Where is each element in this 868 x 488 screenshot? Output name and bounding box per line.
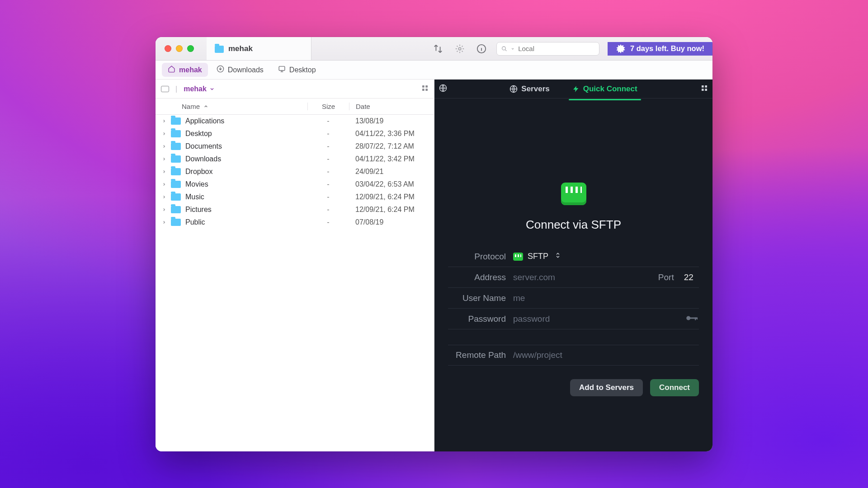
folder-icon [171,206,181,213]
svg-rect-5 [422,85,425,88]
file-row[interactable]: Movies-03/04/22, 6:53 AM [156,178,434,191]
row-username: User Name [448,288,699,309]
tab-quick-connect[interactable]: Quick Connect [571,82,638,96]
activity-icon[interactable] [453,42,467,56]
password-input[interactable] [513,314,681,324]
location-tab-mehak[interactable]: mehak [162,63,208,77]
disclosure-chevron-icon[interactable] [160,180,168,188]
file-date: 24/09/21 [349,168,434,176]
tab-servers[interactable]: Servers [509,82,550,96]
sftp-logo-icon [561,183,586,205]
folder-icon [171,130,181,137]
trial-banner[interactable]: 7 days left. Buy now! [608,42,712,56]
zoom-window-button[interactable] [187,45,194,52]
file-name: Music [185,193,307,201]
file-row[interactable]: Pictures-12/09/21, 6:24 PM [156,203,434,216]
disclosure-chevron-icon[interactable] [160,142,168,150]
file-date: 07/08/19 [349,218,434,226]
folder-icon [171,117,181,125]
svg-rect-16 [690,317,698,319]
file-row[interactable]: Downloads-04/11/22, 3:42 PM [156,153,434,165]
trial-text: 7 days left. Buy now! [630,44,704,53]
folder-icon [171,168,181,175]
column-name-label: Name [182,103,200,110]
quick-connect-body: Connect via SFTP Protocol SFTP [434,99,712,451]
username-label: User Name [448,293,506,303]
file-row[interactable]: Public-07/08/19 [156,216,434,229]
column-size[interactable]: Size [307,103,349,110]
disclosure-chevron-icon[interactable] [160,117,168,125]
file-name: Applications [185,117,307,125]
file-size: - [307,180,349,188]
window-tab-active[interactable]: mehak [207,37,311,60]
path-crumb[interactable]: mehak [184,85,215,93]
file-name: Downloads [185,155,307,163]
column-name[interactable]: Name [156,103,307,110]
path-bar: | mehak [156,80,434,99]
file-size: - [307,168,349,176]
svg-rect-4 [279,66,285,70]
info-icon[interactable] [475,42,488,56]
column-date[interactable]: Date [349,103,434,110]
disclosure-chevron-icon[interactable] [160,130,168,138]
file-date: 03/04/22, 6:53 AM [349,180,434,188]
remote-pane: Servers Quick Connect Connect via SFTP [434,80,712,451]
close-window-button[interactable] [165,45,171,52]
disclosure-chevron-icon[interactable] [160,193,168,201]
address-input[interactable] [513,272,654,282]
search-icon [501,45,507,52]
minimize-window-button[interactable] [176,45,183,52]
file-size: - [307,206,349,214]
remote-path-input[interactable] [513,350,699,360]
table-header: Name Size Date [156,99,434,115]
protocol-value: SFTP [528,252,548,261]
file-row[interactable]: Music-12/09/21, 6:24 PM [156,191,434,203]
password-label: Password [448,314,506,324]
svg-rect-6 [425,85,428,88]
svg-point-0 [458,47,461,50]
row-remote-path: Remote Path [448,345,699,366]
file-size: - [307,117,349,125]
file-row[interactable]: Dropbox-24/09/21 [156,165,434,178]
form-actions: Add to Servers Connect [448,379,699,396]
username-input[interactable] [513,293,699,303]
svg-rect-17 [695,317,696,320]
folder-icon [171,219,181,226]
path-crumb-label: mehak [184,85,207,93]
column-date-label: Date [356,103,370,110]
key-icon[interactable] [685,314,699,324]
path-separator: | [175,85,177,93]
row-password: Password [448,309,699,329]
file-row[interactable]: Documents-28/07/22, 7:12 AM [156,140,434,153]
search-input[interactable] [518,45,594,52]
location-tab-downloads[interactable]: Downloads [211,63,269,77]
view-mode-button[interactable] [421,84,429,94]
download-icon [217,65,224,75]
file-date: 04/11/22, 3:42 PM [349,155,434,163]
location-tab-desktop[interactable]: Desktop [272,63,322,77]
file-row[interactable]: Desktop-04/11/22, 3:36 PM [156,127,434,140]
disclosure-chevron-icon[interactable] [160,218,168,226]
connect-button[interactable]: Connect [650,379,699,396]
disclosure-chevron-icon[interactable] [160,168,168,176]
search-field[interactable] [496,42,599,56]
location-tab-label: mehak [179,66,202,74]
add-to-servers-button[interactable]: Add to Servers [570,379,643,396]
file-name: Public [185,218,307,226]
protocol-select[interactable]: SFTP [513,251,561,262]
window-controls [165,45,194,52]
transfers-icon[interactable] [431,42,445,56]
globe-icon [509,85,518,93]
file-date: 04/11/22, 3:36 PM [349,130,434,138]
file-date: 28/07/22, 7:12 AM [349,142,434,150]
disk-icon[interactable] [161,86,169,92]
quick-connect-title: Connect via SFTP [526,218,621,232]
home-icon [168,65,175,75]
disclosure-chevron-icon[interactable] [160,155,168,163]
port-value[interactable]: 22 [684,272,699,282]
protocol-label: Protocol [448,252,506,262]
disclosure-chevron-icon[interactable] [160,206,168,214]
file-row[interactable]: Applications-13/08/19 [156,115,434,127]
location-tab-label: Desktop [289,66,316,74]
file-size: - [307,142,349,150]
